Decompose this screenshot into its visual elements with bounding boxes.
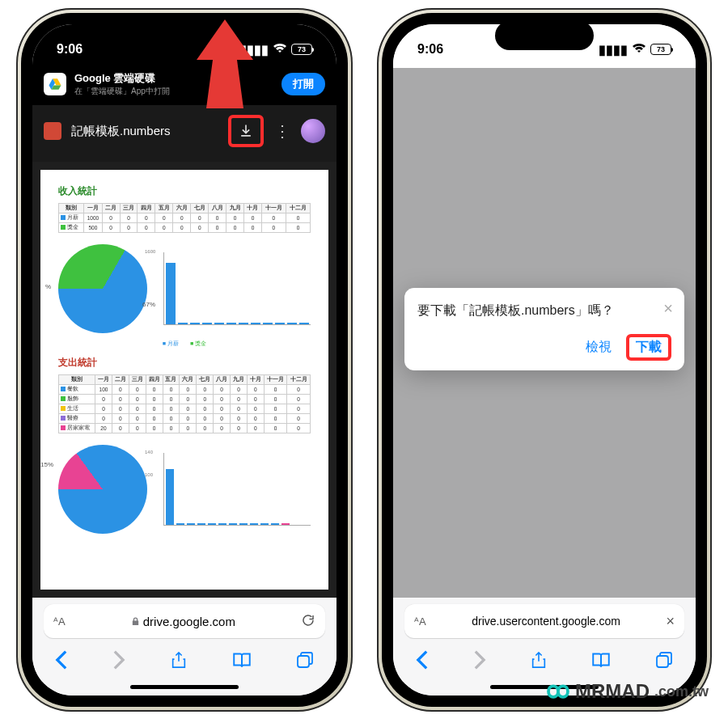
download-button-highlight (228, 115, 264, 147)
status-time: 9:06 (417, 42, 443, 57)
share-button[interactable] (170, 649, 188, 674)
bookmarks-button[interactable] (590, 650, 612, 673)
income-table: 類別一月二月三月四月五月六月七月八月九月十月十一月十二月 月薪100000000… (58, 203, 311, 233)
watermark-suffix: .com.tw (654, 683, 709, 700)
highlight-arrow-icon (197, 19, 253, 108)
stop-icon[interactable]: × (666, 613, 675, 630)
battery-icon: 73 (650, 44, 671, 55)
wifi-icon (632, 42, 646, 57)
download-button[interactable]: 下載 (636, 339, 662, 353)
signal-icon: ▮▮▮▮ (599, 42, 628, 57)
svg-rect-1 (657, 656, 668, 667)
download-button[interactable] (237, 122, 255, 140)
bookmarks-button[interactable] (231, 650, 252, 673)
url-bar[interactable]: ᴬA drive.usercontent.google.com × (404, 604, 684, 638)
expense-bar-chart: 140 100 (163, 453, 311, 526)
page-settings-icon[interactable]: ᴬA (414, 615, 426, 628)
url-host: drive.usercontent.google.com (433, 615, 660, 628)
download-dialog: × 要下載「記帳模板.numbers」嗎？ 檢視 下載 (404, 287, 684, 370)
income-bar-chart: 1600 (163, 252, 311, 325)
safari-toolbar (32, 645, 336, 683)
dialog-title: 要下載「記帳模板.numbers」嗎？ (417, 302, 671, 319)
dynamic-island (495, 21, 594, 50)
page-background: × 要下載「記帳模板.numbers」嗎？ 檢視 下載 (393, 68, 696, 598)
tabs-button[interactable] (295, 650, 315, 673)
reload-icon[interactable] (301, 613, 315, 630)
file-name: 記帳模板.numbers (71, 124, 218, 139)
document-preview[interactable]: 收入統計 類別一月二月三月四月五月六月七月八月九月十月十一月十二月 月薪1000… (32, 162, 336, 598)
url-bar[interactable]: ᴬA drive.google.com (44, 604, 325, 638)
watermark-logo-icon (546, 679, 570, 704)
url-host: drive.google.com (72, 615, 294, 628)
back-button[interactable] (415, 649, 430, 674)
status-time: 9:06 (57, 42, 83, 57)
forward-button (472, 649, 487, 674)
back-button[interactable] (54, 649, 69, 674)
more-options-button[interactable]: ⋮ (273, 122, 291, 140)
page-settings-icon[interactable]: ᴬA (53, 615, 66, 628)
watermark-brand: MRMAD (575, 680, 650, 703)
safari-toolbar (393, 645, 696, 683)
phone-left: 9:06 ▮▮▮▮ 73 Google 雲端硬碟 (16, 8, 353, 712)
app-banner[interactable]: Google 雲端硬碟 在「雲端硬碟」App中打開 打開 (32, 68, 336, 105)
dialog-close-button[interactable]: × (663, 298, 673, 317)
expense-pie-chart (58, 445, 147, 534)
phone-right: 9:06 ▮▮▮▮ 73 × 要下載「記帳模板.numbers」嗎？ 檢視 (377, 8, 712, 712)
home-indicator (130, 685, 239, 689)
account-avatar[interactable] (301, 119, 325, 143)
expense-table: 類別一月二月三月四月五月六月七月八月九月十月十一月十二月 餐飲100000000… (58, 374, 311, 433)
forward-button (112, 649, 126, 674)
income-legend: 月薪 獎金 (58, 340, 311, 348)
wifi-icon (273, 42, 287, 57)
battery-icon: 73 (291, 44, 312, 55)
numbers-file-icon (44, 122, 61, 140)
view-button[interactable]: 檢視 (586, 338, 612, 355)
download-button-highlight: 下載 (626, 333, 671, 360)
open-app-button[interactable]: 打開 (281, 73, 325, 95)
google-drive-icon (44, 73, 66, 95)
share-button[interactable] (530, 649, 548, 674)
svg-rect-0 (298, 656, 309, 667)
watermark: MRMAD.com.tw (546, 679, 709, 704)
expense-section-title: 支出統計 (58, 356, 311, 370)
file-header: 記帳模板.numbers ⋮ (32, 105, 336, 162)
income-pie-chart (58, 244, 147, 333)
income-section-title: 收入統計 (58, 184, 311, 198)
tabs-button[interactable] (654, 650, 674, 673)
